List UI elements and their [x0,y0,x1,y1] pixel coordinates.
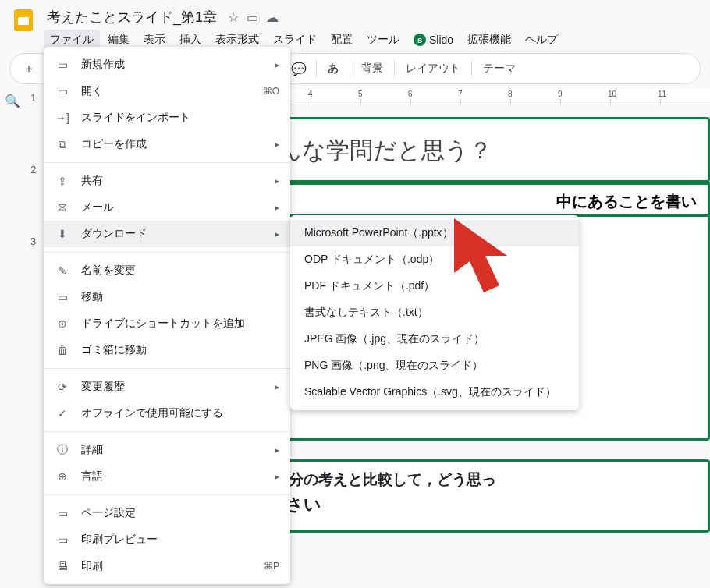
menu-item-label: ゴミ箱に移動 [81,343,147,357]
file-menu-item[interactable]: ✎名前を変更 [44,257,290,284]
menu-item-label: メール [81,200,114,214]
chevron-right-icon: ▸ [275,139,279,150]
menu-item-label: 印刷 [81,559,103,573]
menu-item-label: オフラインで使用可能にする [81,406,223,420]
menu-item-icon: ⇪ [55,175,70,187]
chevron-right-icon: ▸ [275,471,279,482]
file-menu-item[interactable]: ▭新規作成▸ [44,51,290,78]
file-menu-item[interactable]: ✓オフラインで使用可能にする [44,400,290,427]
doc-title[interactable]: 考えたことスライド_第1章 [44,6,220,28]
menu-help[interactable]: ヘルプ [519,30,564,50]
new-slide-button[interactable]: ＋ [18,58,40,80]
file-menu-dropdown: ▭新規作成▸▭開く⌘O→]スライドをインポート⧉コピーを作成▸⇪共有▸✉メール▸… [44,47,290,584]
menu-arrange[interactable]: 配置 [325,30,359,50]
menu-item-icon: 🖶 [55,560,70,572]
menu-item-icon: ▭ [55,58,70,71]
download-option[interactable]: Microsoft PowerPoint（.pptx） [290,220,579,246]
menu-item-icon: 🗑 [55,344,70,356]
file-menu-item[interactable]: ⇪共有▸ [44,168,290,194]
file-menu-item[interactable]: ▭開く⌘O [44,78,290,104]
download-submenu: Microsoft PowerPoint（.pptx）ODP ドキュメント（.o… [290,215,579,410]
layout-button[interactable]: レイアウト [401,62,465,76]
annotation-cursor-icon [454,218,532,304]
file-menu-item[interactable]: ⬇ダウンロード▸ [44,221,290,247]
menu-extensions[interactable]: 拡張機能 [461,30,517,50]
file-menu-item[interactable]: ⊕言語▸ [44,463,290,490]
star-icon[interactable]: ☆ [228,10,239,25]
svg-marker-2 [454,218,507,292]
slido-icon: s [414,34,426,46]
thumb-number: 2 [30,164,40,220]
chevron-right-icon: ▸ [275,228,279,239]
menu-item-label: 印刷プレビュー [81,533,158,547]
file-menu-item[interactable]: ⊕ドライブにショートカットを追加 [44,310,290,337]
menu-item-label: 共有 [81,174,103,188]
thumb-number: 3 [30,236,40,292]
menu-item-icon: ⟳ [55,381,70,393]
menu-item-icon: ⧉ [55,138,70,151]
download-option[interactable]: PDF ドキュメント（.pdf） [290,273,579,299]
background-button[interactable]: 背景 [357,62,388,76]
file-menu-item[interactable]: ⓘ詳細▸ [44,437,290,463]
menu-item-icon: ▭ [55,291,70,303]
search-icon[interactable]: 🔍 [5,94,20,108]
file-menu-item[interactable]: ✉メール▸ [44,194,290,221]
download-option[interactable]: ODP ドキュメント（.odp） [290,246,579,273]
menu-item-icon: ▭ [55,533,70,546]
menu-item-label: 移動 [81,290,103,304]
menu-item-label: 言語 [81,469,103,484]
download-option[interactable]: 書式なしテキスト（.txt） [290,299,579,326]
menu-item-label: 開く [81,84,103,98]
menu-item-label: ドライブにショートカットを追加 [81,317,245,331]
download-option[interactable]: JPEG 画像（.jpg、現在のスライド） [290,326,579,352]
menu-item-icon: ▭ [55,85,70,97]
menu-item-icon: ✓ [55,407,70,420]
menu-item-label: スライドをインポート [81,111,190,125]
theme-button[interactable]: テーマ [478,62,520,76]
file-menu-item[interactable]: 🗑ゴミ箱に移動 [44,337,290,363]
menu-item-icon: ✎ [55,264,70,277]
menu-item-label: 新規作成 [81,58,125,72]
download-option[interactable]: PNG 画像（.png、現在のスライド） [290,352,579,379]
menu-item-icon: →] [55,112,70,124]
file-menu-item[interactable]: ⧉コピーを作成▸ [44,131,290,158]
chevron-right-icon: ▸ [275,175,279,186]
menu-tools[interactable]: ツール [360,30,406,50]
menu-item-label: コピーを作成 [81,137,147,151]
chevron-right-icon: ▸ [275,59,279,70]
chevron-right-icon: ▸ [275,202,279,213]
file-menu-item[interactable]: ▭印刷プレビュー [44,526,290,553]
menu-item-label: 変更履歴 [81,380,125,394]
chevron-right-icon: ▸ [275,445,279,455]
menu-slido[interactable]: s Slido [407,30,460,50]
menu-item-icon: ⊕ [55,317,70,330]
file-menu-item[interactable]: ▭移動 [44,284,290,310]
menu-item-label: 詳細 [81,443,103,457]
file-menu-item[interactable]: ⟳変更履歴▸ [44,374,290,400]
slides-logo[interactable] [9,6,37,34]
menu-item-icon: ✉ [55,201,70,214]
thumb-number: 1 [30,92,40,148]
menu-item-icon: ▭ [55,507,70,519]
menu-item-icon: ⓘ [55,443,70,457]
menu-item-label: 名前を変更 [81,264,136,278]
menu-item-label: ページ設定 [81,506,136,520]
file-menu-item[interactable]: ▭ページ設定 [44,500,290,526]
file-menu-item[interactable]: 🖶印刷⌘P [44,553,290,579]
download-option[interactable]: Scalable Vector Graphics（.svg、現在のスライド） [290,379,579,406]
input-tool[interactable]: あ [323,62,343,76]
menu-item-icon: ⊕ [55,470,70,483]
move-icon[interactable]: ▭ [247,10,258,25]
comment-button[interactable]: 💬 [288,58,310,80]
svg-rect-1 [18,17,29,25]
menu-item-label: ダウンロード [81,227,147,241]
file-menu-item[interactable]: →]スライドをインポート [44,104,290,131]
cloud-icon[interactable]: ☁ [266,10,279,25]
chevron-right-icon: ▸ [275,381,279,392]
menu-item-icon: ⬇ [55,228,70,240]
